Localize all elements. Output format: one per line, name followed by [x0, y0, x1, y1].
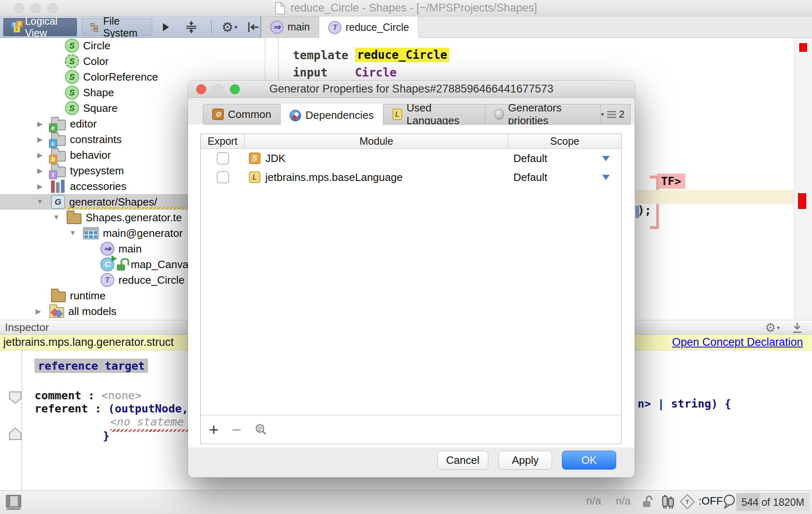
lock-toggle-button[interactable]	[642, 495, 653, 509]
map-template-icon: C	[100, 257, 114, 271]
typesystem-toggle-icon[interactable]: T	[680, 494, 695, 509]
tab-file-system[interactable]: File System	[82, 19, 153, 36]
tab-dependencies-label: Dependencies	[305, 109, 374, 122]
tab-common[interactable]: ⚙ Common	[203, 104, 281, 124]
code-keyword-input[interactable]: input	[293, 66, 327, 79]
fold-handle-icon[interactable]	[8, 427, 22, 441]
chevron-right-icon[interactable]: ▶	[35, 151, 45, 160]
referent-line-continued[interactable]: n> | string) {	[638, 397, 731, 410]
accessories-icon	[51, 180, 66, 193]
comment-line[interactable]: comment : <none>	[35, 389, 142, 402]
zoom-window-button[interactable]	[48, 3, 58, 13]
editor-tab-reduce-circle[interactable]: T reduce_Circle	[319, 16, 418, 38]
table-row[interactable]: S JDK Default	[201, 149, 621, 168]
dialog-title: Generator Properties for Shapes#27885964…	[269, 83, 554, 95]
memory-indicator[interactable]: 544 of 1820M	[736, 493, 810, 511]
dialog-zoom-button[interactable]	[230, 84, 240, 94]
tree-item-label: editor	[70, 118, 97, 130]
scope-dropdown[interactable]: Default	[508, 171, 621, 184]
expand-toolbar-button[interactable]	[163, 23, 169, 31]
window-title: reduce_Circle - Shapes - [~/MPSProjects/…	[290, 2, 537, 14]
chevron-right-icon[interactable]: ▶	[35, 167, 45, 175]
column-module[interactable]: Module	[245, 134, 508, 148]
chevron-right-icon[interactable]: ▶	[35, 182, 45, 191]
unlocked-padlock-icon	[642, 495, 653, 509]
hidden-tabs-indicator[interactable]: ▾ 2	[601, 104, 630, 124]
tree-item-label: generator/Shapes/	[69, 196, 157, 208]
error-mark[interactable]	[798, 193, 806, 209]
referent-line[interactable]: referent : (outputNode,	[35, 402, 188, 415]
tab-used-languages[interactable]: L Used Languages	[383, 104, 486, 124]
dialog-close-button[interactable]	[196, 84, 206, 94]
remove-dependency-button[interactable]: −	[232, 421, 241, 438]
chevron-down-icon[interactable]: ▼	[51, 213, 62, 222]
chevron-right-icon[interactable]: ▶	[35, 135, 45, 144]
error-stripe[interactable]	[794, 38, 812, 320]
tab-dependencies[interactable]: Dependencies	[280, 104, 383, 127]
ok-button[interactable]: OK	[562, 451, 616, 470]
export-checkbox[interactable]	[217, 171, 229, 183]
magnifier-icon	[255, 423, 268, 436]
event-log-button[interactable]	[722, 494, 737, 509]
chevron-down-icon[interactable]: ▼	[67, 229, 78, 237]
open-concept-declaration-link[interactable]: Open Concept Declaration	[672, 336, 803, 349]
minimize-window-button[interactable]	[31, 3, 41, 13]
warning-squiggle	[66, 207, 187, 209]
module-name: JDK	[265, 152, 285, 165]
code-input-concept[interactable]: Circle	[355, 66, 397, 79]
export-checkbox[interactable]	[217, 152, 229, 164]
fold-handle-icon[interactable]	[8, 391, 22, 405]
tree-item-circle[interactable]: S Circle	[0, 38, 265, 53]
closing-brace[interactable]: }	[103, 429, 109, 442]
column-export[interactable]: Export	[201, 134, 245, 148]
tree-item-label: accessories	[70, 180, 126, 193]
code-tf-fragment[interactable]: TF>	[657, 174, 685, 189]
to​olwindow-toggle-button[interactable]	[6, 495, 22, 510]
inspector-settings-button[interactable]: ⚙ ▾	[765, 322, 780, 334]
tree-item-label: reduce_Circle	[118, 274, 184, 287]
status-bar: n/a n/a T :OFF 544 of 1820	[0, 490, 812, 514]
typesystem-off-label[interactable]: :OFF	[698, 495, 723, 507]
tab-logical-view[interactable]: D S L Logical View	[3, 18, 77, 36]
tab-generators-priorities[interactable]: Generators priorities	[485, 104, 601, 124]
editor-tab-main[interactable]: ⇒ main	[261, 16, 319, 37]
scope-dropdown[interactable]: Default	[508, 152, 621, 165]
code-analysis-button[interactable]	[660, 495, 675, 509]
code-paren-fragment[interactable]: );	[638, 204, 652, 217]
status-counter-2: n/a	[616, 495, 631, 507]
hidden-tabs-count: 2	[619, 109, 624, 120]
find-usages-button[interactable]	[255, 423, 268, 436]
column-scope[interactable]: Scope	[508, 134, 621, 148]
window-titlebar: reduce_Circle - Shapes - [~/MPSProjects/…	[0, 0, 812, 16]
close-window-button[interactable]	[14, 3, 24, 13]
inspector-dock-button[interactable]	[791, 321, 804, 334]
error-mark[interactable]	[799, 43, 807, 52]
concept-breadcrumb[interactable]: jetbrains.mps.lang.generator.struct	[3, 336, 174, 349]
hide-panel-button[interactable]	[246, 20, 260, 34]
chevron-right-icon[interactable]: ▶	[33, 307, 44, 316]
abstract-concept-icon: S	[65, 54, 79, 68]
behavior-aspect-icon: b	[51, 151, 66, 162]
table-header: Export Module Scope	[201, 134, 621, 149]
cancel-button[interactable]: Cancel	[437, 451, 488, 470]
tree-item-color[interactable]: S Color	[0, 53, 265, 69]
tab-generators-priorities-label: Generators priorities	[508, 102, 592, 127]
apply-button[interactable]: Apply	[499, 451, 552, 470]
tree-item-label: runtime	[70, 289, 106, 302]
dialog-minimize-button[interactable]	[213, 84, 223, 94]
dependencies-table: Export Module Scope S JDK Default	[200, 134, 622, 444]
chevron-down-icon[interactable]: ▼	[35, 198, 45, 206]
reference-target-cell[interactable]: reference target	[35, 359, 148, 373]
editor-aspect-icon: e	[51, 120, 66, 130]
table-row[interactable]: L jetbrains.mps.baseLanguage Default	[201, 168, 621, 187]
common-tab-icon: ⚙	[212, 109, 224, 120]
no-statement-cell[interactable]: <no stateme	[110, 415, 184, 428]
settings-button[interactable]: ⚙ ▾	[222, 21, 237, 34]
add-dependency-button[interactable]: +	[209, 421, 218, 438]
collapse-all-button[interactable]	[184, 20, 199, 35]
play-icon	[163, 23, 169, 31]
chevron-right-icon[interactable]: ▶	[35, 120, 45, 128]
code-keyword-template[interactable]: template	[293, 49, 348, 62]
code-template-name[interactable]: reduce_Circle	[355, 48, 449, 62]
template-icon: T	[100, 273, 114, 287]
